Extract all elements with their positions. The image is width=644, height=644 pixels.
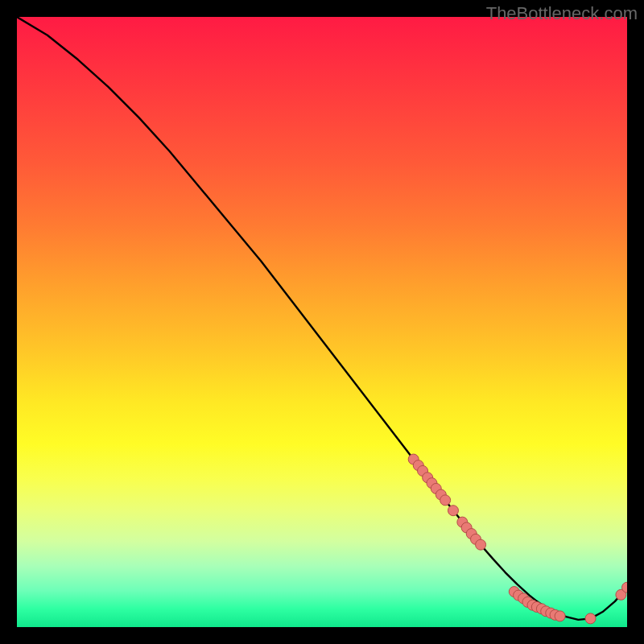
chart-svg bbox=[17, 17, 627, 627]
watermark-label: TheBottleneck.com bbox=[486, 3, 638, 24]
data-point bbox=[585, 613, 596, 624]
data-point bbox=[440, 495, 451, 506]
scatter-series bbox=[408, 454, 627, 624]
data-point bbox=[476, 539, 486, 550]
line-series bbox=[17, 17, 627, 620]
data-point bbox=[448, 506, 458, 516]
chart-container: TheBottleneck.com bbox=[0, 0, 644, 644]
bottleneck-line bbox=[17, 17, 627, 620]
data-point bbox=[555, 611, 565, 621]
